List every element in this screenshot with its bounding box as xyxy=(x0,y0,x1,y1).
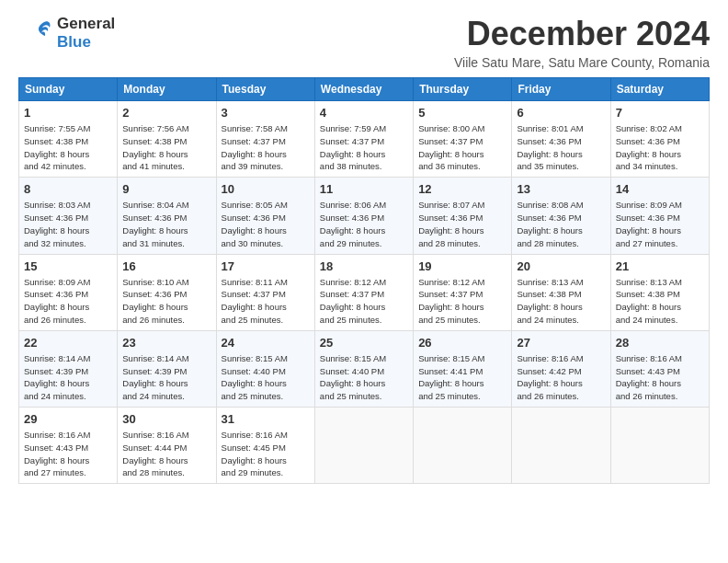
day-info: Sunrise: 8:12 AM Sunset: 4:37 PM Dayligh… xyxy=(418,276,506,327)
table-row: 18Sunrise: 8:12 AM Sunset: 4:37 PM Dayli… xyxy=(314,254,413,330)
day-info: Sunrise: 8:12 AM Sunset: 4:37 PM Dayligh… xyxy=(320,276,408,327)
logo-icon xyxy=(18,15,55,52)
day-info: Sunrise: 8:07 AM Sunset: 4:36 PM Dayligh… xyxy=(418,199,506,249)
day-info: Sunrise: 8:14 AM Sunset: 4:39 PM Dayligh… xyxy=(122,352,210,403)
table-row: 1Sunrise: 7:55 AM Sunset: 4:38 PM Daylig… xyxy=(19,101,118,178)
day-number: 14 xyxy=(616,181,704,198)
col-monday: Monday xyxy=(118,78,216,101)
table-row: 30Sunrise: 8:16 AM Sunset: 4:44 PM Dayli… xyxy=(118,408,216,484)
table-row: 14Sunrise: 8:09 AM Sunset: 4:36 PM Dayli… xyxy=(610,178,709,254)
table-row: 4Sunrise: 7:59 AM Sunset: 4:37 PM Daylig… xyxy=(314,101,413,178)
col-saturday: Saturday xyxy=(610,78,709,101)
table-row: 23Sunrise: 8:14 AM Sunset: 4:39 PM Dayli… xyxy=(118,330,216,407)
day-info: Sunrise: 8:11 AM Sunset: 4:37 PM Dayligh… xyxy=(222,276,310,327)
day-number: 15 xyxy=(24,259,112,275)
table-row: 26Sunrise: 8:15 AM Sunset: 4:41 PM Dayli… xyxy=(414,330,512,407)
day-info: Sunrise: 8:04 AM Sunset: 4:36 PM Dayligh… xyxy=(122,199,210,249)
table-row: 10Sunrise: 8:05 AM Sunset: 4:36 PM Dayli… xyxy=(216,178,314,254)
day-number: 2 xyxy=(122,105,210,121)
day-info: Sunrise: 8:15 AM Sunset: 4:41 PM Dayligh… xyxy=(418,352,506,403)
table-row: 19Sunrise: 8:12 AM Sunset: 4:37 PM Dayli… xyxy=(414,254,512,330)
table-row: 25Sunrise: 8:15 AM Sunset: 4:40 PM Dayli… xyxy=(314,330,413,407)
day-info: Sunrise: 8:05 AM Sunset: 4:36 PM Dayligh… xyxy=(222,199,310,249)
logo-blue-text: Blue xyxy=(57,33,115,52)
month-title: December 2024 xyxy=(454,15,710,53)
table-row: 24Sunrise: 8:15 AM Sunset: 4:40 PM Dayli… xyxy=(216,330,314,407)
day-info: Sunrise: 8:02 AM Sunset: 4:36 PM Dayligh… xyxy=(616,122,704,173)
table-row: 5Sunrise: 8:00 AM Sunset: 4:37 PM Daylig… xyxy=(414,101,512,178)
table-row: 3Sunrise: 7:58 AM Sunset: 4:37 PM Daylig… xyxy=(216,101,314,178)
day-number: 17 xyxy=(222,259,310,275)
day-info: Sunrise: 8:13 AM Sunset: 4:38 PM Dayligh… xyxy=(517,276,605,327)
table-row xyxy=(610,408,709,484)
subtitle: Viile Satu Mare, Satu Mare County, Roman… xyxy=(454,55,710,70)
day-number: 26 xyxy=(418,335,506,351)
col-thursday: Thursday xyxy=(414,78,512,101)
table-row: 29Sunrise: 8:16 AM Sunset: 4:43 PM Dayli… xyxy=(19,408,118,484)
day-info: Sunrise: 8:16 AM Sunset: 4:43 PM Dayligh… xyxy=(616,352,704,403)
day-number: 27 xyxy=(517,335,605,351)
day-info: Sunrise: 7:56 AM Sunset: 4:38 PM Dayligh… xyxy=(122,122,210,173)
day-number: 30 xyxy=(122,411,210,428)
day-number: 1 xyxy=(24,105,112,121)
day-info: Sunrise: 8:14 AM Sunset: 4:39 PM Dayligh… xyxy=(24,352,112,403)
table-row: 21Sunrise: 8:13 AM Sunset: 4:38 PM Dayli… xyxy=(610,254,709,330)
table-row: 22Sunrise: 8:14 AM Sunset: 4:39 PM Dayli… xyxy=(19,330,118,407)
table-row: 13Sunrise: 8:08 AM Sunset: 4:36 PM Dayli… xyxy=(512,178,610,254)
day-number: 29 xyxy=(24,411,112,428)
day-number: 25 xyxy=(320,335,408,351)
day-number: 12 xyxy=(418,181,506,198)
day-info: Sunrise: 8:03 AM Sunset: 4:36 PM Dayligh… xyxy=(24,199,112,249)
day-number: 31 xyxy=(222,411,310,428)
col-friday: Friday xyxy=(512,78,610,101)
day-number: 24 xyxy=(222,335,310,351)
table-row: 27Sunrise: 8:16 AM Sunset: 4:42 PM Dayli… xyxy=(512,330,610,407)
table-row: 6Sunrise: 8:01 AM Sunset: 4:36 PM Daylig… xyxy=(512,101,610,178)
col-wednesday: Wednesday xyxy=(314,78,413,101)
day-info: Sunrise: 8:09 AM Sunset: 4:36 PM Dayligh… xyxy=(616,199,704,249)
table-row: 12Sunrise: 8:07 AM Sunset: 4:36 PM Dayli… xyxy=(414,178,512,254)
day-number: 23 xyxy=(122,335,210,351)
day-number: 3 xyxy=(222,105,310,121)
day-info: Sunrise: 8:16 AM Sunset: 4:45 PM Dayligh… xyxy=(222,429,310,479)
calendar-week-row: 22Sunrise: 8:14 AM Sunset: 4:39 PM Dayli… xyxy=(19,330,710,407)
day-number: 19 xyxy=(418,259,506,275)
day-number: 13 xyxy=(517,181,605,198)
day-info: Sunrise: 7:59 AM Sunset: 4:37 PM Dayligh… xyxy=(320,122,408,173)
day-info: Sunrise: 7:55 AM Sunset: 4:38 PM Dayligh… xyxy=(24,122,112,173)
day-info: Sunrise: 8:16 AM Sunset: 4:43 PM Dayligh… xyxy=(24,429,112,479)
calendar-week-row: 29Sunrise: 8:16 AM Sunset: 4:43 PM Dayli… xyxy=(19,408,710,484)
table-row: 17Sunrise: 8:11 AM Sunset: 4:37 PM Dayli… xyxy=(216,254,314,330)
calendar-week-row: 1Sunrise: 7:55 AM Sunset: 4:38 PM Daylig… xyxy=(19,101,710,178)
day-info: Sunrise: 8:15 AM Sunset: 4:40 PM Dayligh… xyxy=(320,352,408,403)
day-number: 16 xyxy=(122,259,210,275)
day-info: Sunrise: 7:58 AM Sunset: 4:37 PM Dayligh… xyxy=(222,122,310,173)
table-row: 16Sunrise: 8:10 AM Sunset: 4:36 PM Dayli… xyxy=(118,254,216,330)
day-info: Sunrise: 8:16 AM Sunset: 4:42 PM Dayligh… xyxy=(517,352,605,403)
day-number: 7 xyxy=(616,105,704,121)
day-number: 9 xyxy=(122,181,210,198)
day-number: 4 xyxy=(320,105,408,121)
logo-general-text: General xyxy=(57,15,115,33)
day-info: Sunrise: 8:13 AM Sunset: 4:38 PM Dayligh… xyxy=(616,276,704,327)
day-info: Sunrise: 8:01 AM Sunset: 4:36 PM Dayligh… xyxy=(517,122,605,173)
col-tuesday: Tuesday xyxy=(216,78,314,101)
day-number: 11 xyxy=(320,181,408,198)
table-row: 15Sunrise: 8:09 AM Sunset: 4:36 PM Dayli… xyxy=(19,254,118,330)
table-row: 31Sunrise: 8:16 AM Sunset: 4:45 PM Dayli… xyxy=(216,408,314,484)
calendar-table: Sunday Monday Tuesday Wednesday Thursday… xyxy=(18,77,710,484)
table-row xyxy=(414,408,512,484)
day-info: Sunrise: 8:09 AM Sunset: 4:36 PM Dayligh… xyxy=(24,276,112,327)
calendar-week-row: 15Sunrise: 8:09 AM Sunset: 4:36 PM Dayli… xyxy=(19,254,710,330)
day-number: 22 xyxy=(24,335,112,351)
title-block: December 2024 Viile Satu Mare, Satu Mare… xyxy=(454,15,710,70)
day-info: Sunrise: 8:08 AM Sunset: 4:36 PM Dayligh… xyxy=(517,199,605,249)
day-number: 18 xyxy=(320,259,408,275)
table-row xyxy=(512,408,610,484)
table-row: 20Sunrise: 8:13 AM Sunset: 4:38 PM Dayli… xyxy=(512,254,610,330)
table-row: 2Sunrise: 7:56 AM Sunset: 4:38 PM Daylig… xyxy=(118,101,216,178)
calendar-week-row: 8Sunrise: 8:03 AM Sunset: 4:36 PM Daylig… xyxy=(19,178,710,254)
logo: General Blue xyxy=(18,15,115,52)
table-row xyxy=(314,408,413,484)
day-info: Sunrise: 8:06 AM Sunset: 4:36 PM Dayligh… xyxy=(320,199,408,249)
